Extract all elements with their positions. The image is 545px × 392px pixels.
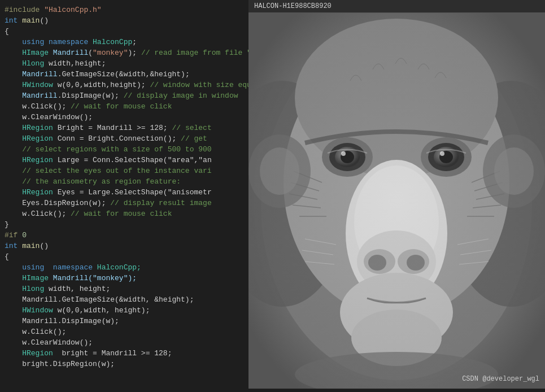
watermark: CSDN @developer_wgl — [462, 375, 539, 383]
code-line: #include "HalconCpp.h" — [0, 5, 248, 15]
code-panel: #include "HalconCpp.h"int main(){ using … — [0, 0, 248, 392]
code-line: w.Click(); // wait for mouse click — [0, 101, 248, 112]
code-line: HRegion bright = Mandrill >= 128; — [0, 348, 248, 359]
code-line: bright.DispRegion(w); — [0, 359, 248, 369]
code-line: Mandrill.DispImage(w); // display image … — [0, 90, 248, 101]
code-line: HRegion Conn = Bright.Connection(); // g… — [0, 133, 248, 144]
code-line: HImage Mandrill("monkey"); // read image… — [0, 47, 248, 58]
code-line: HRegion Eyes = Large.SelectShape("anisom… — [0, 187, 248, 198]
code-line: HWindow w(0,0,width, height); — [0, 305, 248, 316]
code-line: using namespace HalconCpp; — [0, 262, 248, 273]
code-line: { — [0, 251, 248, 262]
code-line: Mandrill.GetImageSize(&width, &height); — [0, 294, 248, 305]
monkey-svg — [248, 13, 545, 389]
window-title: HALCON-H1E988CB8920 — [254, 2, 332, 10]
image-panel: HALCON-H1E988CB8920 — [248, 0, 545, 392]
code-line: Hlong width,height; — [0, 58, 248, 69]
code-line: } — [0, 219, 248, 230]
code-line: Hlong width, height; — [0, 284, 248, 294]
svg-rect-30 — [248, 13, 545, 389]
monkey-image: CSDN @developer_wgl — [248, 13, 545, 389]
code-line: w.ClearWindow(); — [0, 112, 248, 123]
code-line: w.ClearWindow(); — [0, 337, 248, 348]
code-line: // the anisometry as region feature: — [0, 176, 248, 187]
code-line: int main() — [0, 15, 248, 26]
code-line: int main() — [0, 241, 248, 251]
code-line: #if 0 — [0, 230, 248, 241]
code-line: // select the eyes out of the instance v… — [0, 165, 248, 176]
code-line: HImage Mandrill("monkey"); — [0, 273, 248, 284]
code-line: HWindow w(0,0,width,height); // window w… — [0, 80, 248, 90]
code-line: Eyes.DispRegion(w); // display result im… — [0, 198, 248, 208]
code-line: Mandrill.GetImageSize(&width,&height); — [0, 69, 248, 80]
code-line: { — [0, 26, 248, 37]
code-line: Mandrill.DispImage(w); — [0, 316, 248, 326]
code-line: // select regions with a size of 500 to … — [0, 144, 248, 155]
code-line: HRegion Large = Conn.SelectShape("area",… — [0, 155, 248, 165]
code-line: w.Click(); — [0, 326, 248, 337]
window-title-bar: HALCON-H1E988CB8920 — [248, 0, 545, 13]
code-line: using namespace HalconCpp; — [0, 37, 248, 47]
code-line: w.Click(); // wait for mouse click — [0, 208, 248, 219]
code-line: HRegion Bright = Mandrill >= 128; // sel… — [0, 123, 248, 133]
